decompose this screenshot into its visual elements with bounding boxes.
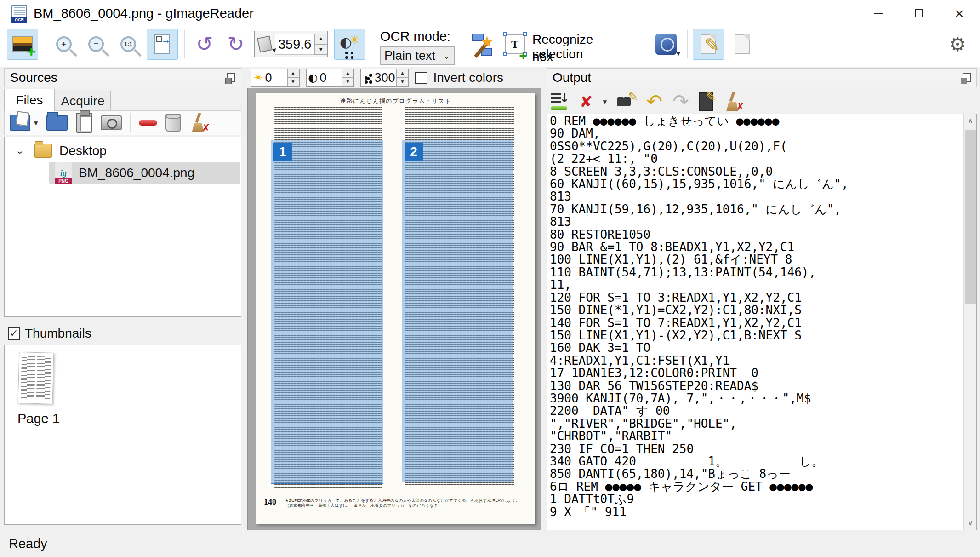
contrast-value: 0 — [318, 71, 342, 85]
open-file-icon — [10, 115, 30, 131]
scroll-up-button[interactable]: ∧ — [964, 114, 977, 128]
resolution-spinner[interactable]: ▲▼ — [396, 69, 408, 86]
camera-icon — [101, 115, 122, 130]
separator — [130, 113, 131, 132]
tree-expander-icon[interactable]: ⌄ — [15, 146, 24, 156]
ocr-output-text[interactable]: 0 REM ●●●●●● しょきせってい ●●●●●● 90 DAM, 0SS0… — [550, 115, 961, 530]
contrast-icon: ◐ — [308, 71, 318, 84]
resolution-value: 300 — [372, 71, 396, 85]
minimize-button[interactable] — [858, 0, 899, 26]
output-editor[interactable]: 0 REM ●●●●●● しょきせってい ●●●●●● 90 DAM, 0SS0… — [547, 114, 977, 530]
tab-acquire[interactable]: Acquire — [55, 91, 111, 111]
separator — [687, 30, 688, 58]
clear-output-button[interactable]: ✗ — [724, 92, 742, 112]
invert-colors-checkbox[interactable] — [415, 72, 427, 84]
recognize-button[interactable]: ★ — [467, 29, 499, 60]
rotate-right-button[interactable]: ↻ — [220, 29, 251, 60]
status-bar: Ready — [0, 531, 980, 557]
spin-up[interactable]: ▲ — [287, 69, 299, 78]
zoom-original-button[interactable]: 1:1 — [113, 29, 144, 60]
document-page[interactable]: 迷路にんじん掘のプログラム・リスト 1 2 140 ★SUPER-MZのフリッカ… — [256, 93, 535, 524]
remove-file-button[interactable] — [139, 120, 157, 126]
window-title: BM_8606_0004.png - gImageReader — [34, 6, 254, 21]
open-folder-button[interactable] — [46, 115, 68, 131]
ocr-mode-label: OCR mode: — [380, 29, 450, 44]
image-controls-toggle[interactable]: ◐ ☀ — [334, 29, 365, 60]
open-file-button[interactable]: ▾ — [10, 115, 38, 131]
minimize-icon — [874, 13, 883, 14]
rotation-value[interactable]: 359.6 — [275, 34, 315, 55]
language-dropdown-icon[interactable]: ▾ — [676, 49, 680, 58]
spin-up[interactable]: ▲ — [396, 69, 408, 78]
output-panel-header: Output — [547, 68, 977, 87]
image-canvas[interactable]: 迷路にんじん掘のプログラム・リスト 1 2 140 ★SUPER-MZのフリッカ… — [247, 88, 541, 530]
fit-to-width-button[interactable] — [147, 29, 178, 60]
strip-dropdown-icon[interactable]: ▾ — [603, 97, 607, 107]
resolution-spinbox[interactable]: 300 ▲▼ — [360, 69, 409, 87]
strip-line-breaks-button[interactable]: ✘ — [580, 94, 593, 109]
sources-panel-header: Sources — [4, 68, 241, 87]
scrollbar-thumb[interactable] — [965, 130, 976, 304]
zoom-in-button[interactable]: + — [48, 29, 80, 60]
find-replace-button[interactable]: ✎ — [617, 92, 636, 111]
spin-down[interactable]: ▼ — [342, 78, 353, 86]
recognize-selection-button[interactable]: T Recognize selection n6x — [504, 29, 642, 60]
tab-files[interactable]: Files — [4, 89, 55, 111]
zoom-out-button[interactable]: − — [80, 29, 112, 60]
output-scrollbar[interactable]: ∧ ∨ — [963, 114, 976, 530]
thumbnails-checkbox[interactable]: ✓ — [8, 327, 20, 340]
contrast-spinner[interactable]: ▲▼ — [342, 69, 353, 86]
rotate-left-icon: ↺ — [196, 34, 213, 54]
png-file-icon: ig — [55, 162, 72, 184]
broom-cross: ✗ — [201, 122, 210, 135]
language-icon — [655, 34, 677, 55]
rotate-left-button[interactable]: ↺ — [189, 29, 220, 60]
add-images-button[interactable] — [7, 29, 38, 60]
tree-file-selected[interactable]: ig BM_8606_0004.png — [49, 162, 240, 184]
open-folder-icon — [46, 115, 68, 131]
spin-down[interactable]: ▼ — [396, 78, 408, 86]
screenshot-button[interactable] — [101, 115, 122, 130]
redo-button[interactable]: ↷ — [672, 92, 689, 111]
contrast-spinbox[interactable]: ◐ 0 ▲▼ — [306, 69, 354, 87]
brightness-spinner[interactable]: ▲▼ — [287, 69, 299, 86]
resolution-dots — [345, 52, 348, 54]
ocr-selection-1[interactable]: 1 — [271, 140, 383, 484]
thumbnails-label: Thumbnails — [25, 326, 91, 341]
open-file-dropdown-icon[interactable]: ▾ — [34, 118, 38, 128]
spin-up[interactable]: ▲ — [314, 34, 327, 44]
maximize-button[interactable] — [899, 0, 939, 26]
separator — [371, 30, 371, 58]
clear-files-button[interactable]: ✗ — [189, 113, 208, 133]
export-button[interactable] — [727, 29, 758, 60]
substitutions-button[interactable]: ✎ — [699, 92, 713, 111]
settings-button[interactable]: ⚙ — [942, 29, 973, 60]
invert-colors-label: Invert colors — [433, 70, 503, 85]
append-mode-button[interactable]: ↓ — [551, 92, 570, 111]
brightness-spinbox[interactable]: ☀ 0 ▲▼ — [251, 69, 300, 87]
thumbnail-page-label: Page 1 — [17, 411, 60, 426]
spin-down[interactable]: ▼ — [314, 44, 327, 55]
page-thumbnail[interactable] — [18, 352, 54, 404]
detach-output-icon[interactable] — [963, 73, 971, 82]
toggle-output-pane-button[interactable]: ✎ — [693, 29, 724, 60]
rotation-spinner[interactable]: ▲▼ — [314, 34, 327, 55]
detach-sources-icon[interactable] — [227, 73, 235, 82]
spin-up[interactable]: ▲ — [342, 69, 353, 78]
tree-folder-desktop[interactable]: ⌄ Desktop — [5, 140, 240, 162]
close-button[interactable]: × — [939, 0, 980, 26]
zoom-out-icon: − — [88, 36, 104, 52]
document-title: 迷路にんじん掘のプログラム・リスト — [256, 97, 535, 105]
spin-down[interactable]: ▼ — [287, 78, 299, 86]
add-image-icon — [12, 36, 33, 52]
fit-width-icon — [154, 34, 170, 54]
delete-file-button[interactable] — [165, 114, 181, 132]
ocr-selection-2[interactable]: 2 — [402, 140, 513, 482]
language-button[interactable]: ▾ — [650, 29, 682, 60]
paste-button[interactable] — [76, 113, 92, 133]
ocr-mode-select[interactable]: Plain text ⌄ — [380, 46, 455, 65]
export-icon — [735, 34, 750, 54]
scroll-down-button[interactable]: ∨ — [964, 516, 977, 530]
undo-button[interactable]: ↶ — [646, 92, 662, 111]
maximize-icon — [915, 9, 923, 17]
